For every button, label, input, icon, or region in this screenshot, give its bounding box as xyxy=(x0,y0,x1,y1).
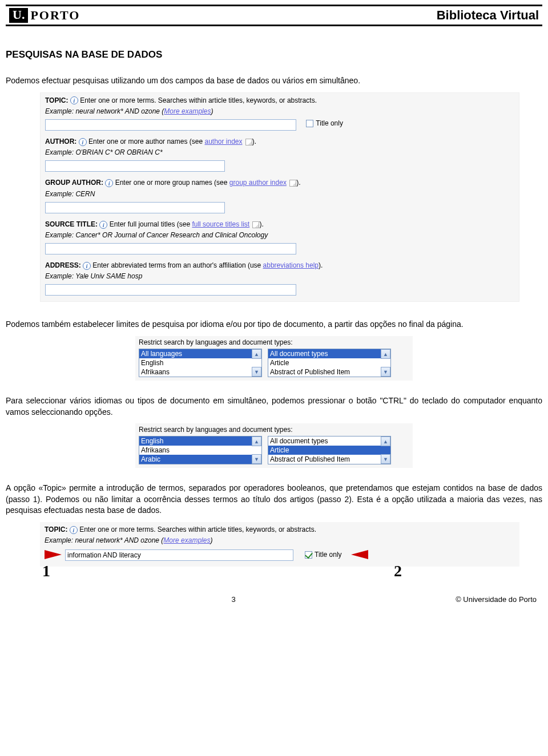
ctrl-tip-text: Para seleccionar vários idiomas ou tipos… xyxy=(6,395,542,418)
restrict-block-2: Restrict search by languages and documen… xyxy=(135,423,413,468)
topic-example-prefix: Example: xyxy=(45,107,74,115)
scroll-down-button[interactable]: ▼ xyxy=(252,367,261,377)
restrict-title: Restrict search by languages and documen… xyxy=(139,426,409,434)
info-icon[interactable]: i xyxy=(70,526,78,534)
footer-org: © Universidade do Porto xyxy=(456,595,537,604)
scroll-down-button[interactable]: ▼ xyxy=(381,454,390,464)
language-listbox[interactable]: English Afrikaans Arabic ▲ ▼ xyxy=(139,436,262,464)
scroll-up-button[interactable]: ▲ xyxy=(381,436,390,446)
list-item[interactable]: Article xyxy=(268,446,390,455)
topic-example-prefix: Example: xyxy=(45,536,73,544)
info-icon[interactable]: i xyxy=(79,138,87,146)
source-title-example-prefix: Example: xyxy=(45,231,74,239)
list-item[interactable]: English xyxy=(139,436,261,446)
scroll-down-button[interactable]: ▼ xyxy=(252,454,261,464)
restrict-title: Restrict search by languages and documen… xyxy=(139,338,409,346)
author-example: O'BRIAN C* OR OBRIAN C* xyxy=(75,148,162,156)
topic-example: neural network* AND ozone xyxy=(75,107,160,115)
restrict-block-1: Restrict search by languages and documen… xyxy=(135,336,413,381)
author-index-link[interactable]: author index xyxy=(204,138,242,145)
arrow-right-icon xyxy=(45,550,62,559)
group-author-label: GROUP AUTHOR: xyxy=(45,179,103,187)
address-example: Yale Univ SAME hosp xyxy=(75,272,142,280)
address-label: ADDRESS: xyxy=(45,261,81,269)
title-only-label: Title only xyxy=(315,551,342,559)
source-title-example: Cancer* OR Journal of Cancer Research an… xyxy=(75,231,268,239)
step-1-label: 1 xyxy=(42,562,50,580)
more-examples-link[interactable]: More examples xyxy=(163,536,210,544)
topic-demo-input[interactable] xyxy=(65,549,293,561)
scroll-up-button[interactable]: ▲ xyxy=(252,349,261,359)
limits-text: Podemos também estabelecer limites de pe… xyxy=(6,319,542,330)
list-item[interactable]: Afrikaans xyxy=(139,367,261,377)
group-author-input[interactable] xyxy=(45,202,225,213)
logo: U. PORTO xyxy=(9,8,80,23)
page-footer: 3 © Universidade do Porto xyxy=(6,595,542,604)
source-title-input[interactable] xyxy=(45,243,296,254)
list-item[interactable]: All document types xyxy=(268,349,390,358)
doctype-listbox[interactable]: All document types Article Abstract of P… xyxy=(268,349,391,377)
topic-demo: TOPIC: i Enter one or more terms. Search… xyxy=(40,522,519,567)
scroll-up-button[interactable]: ▲ xyxy=(252,436,261,446)
author-hint: Enter one or more author names (see xyxy=(88,138,203,145)
group-author-example: CERN xyxy=(75,190,95,198)
source-title-hint: Enter full journal titles (see xyxy=(110,220,190,228)
page-icon xyxy=(245,139,252,145)
topic-hint: Enter one or more terms. Searches within… xyxy=(80,96,317,104)
arrow-left-icon xyxy=(351,550,368,559)
info-icon[interactable]: i xyxy=(105,179,113,187)
search-form: TOPIC: i Enter one or more terms. Search… xyxy=(40,92,519,302)
page-icon xyxy=(252,221,259,228)
logo-text: PORTO xyxy=(30,8,80,23)
list-item[interactable]: All languages xyxy=(139,349,261,358)
group-author-hint: Enter one or more group names (see xyxy=(115,179,228,187)
list-item[interactable]: Arabic xyxy=(139,455,261,464)
topic-label: TOPIC: xyxy=(45,525,67,533)
title-only-label: Title only xyxy=(316,119,343,127)
topic-input[interactable] xyxy=(45,119,296,131)
page-number: 3 xyxy=(11,595,456,604)
author-label: AUTHOR: xyxy=(45,138,76,145)
page-icon xyxy=(289,180,296,187)
source-title-list-link[interactable]: full source titles list xyxy=(192,220,249,228)
group-author-field: GROUP AUTHOR: i Enter one or more group … xyxy=(45,177,514,213)
logo-u-mark: U. xyxy=(9,8,28,23)
title-only-checkbox[interactable] xyxy=(305,551,312,559)
topic-example: neural network* AND ozone xyxy=(75,536,159,544)
more-examples-link[interactable]: More examples xyxy=(164,107,211,115)
list-item[interactable]: English xyxy=(139,358,261,367)
step-2-label: 2 xyxy=(394,562,402,580)
list-item[interactable]: Article xyxy=(268,358,390,367)
intro-text: Podemos efectuar pesquisas utilizando um… xyxy=(6,75,542,87)
info-icon[interactable]: i xyxy=(83,262,91,270)
doctype-listbox[interactable]: All document types Article Abstract of P… xyxy=(268,436,391,464)
group-author-example-prefix: Example: xyxy=(45,190,74,198)
address-hint: Enter abbreviated terms from an author's… xyxy=(92,261,261,269)
info-icon[interactable]: i xyxy=(99,221,107,229)
address-input[interactable] xyxy=(45,284,296,296)
title-only-checkbox[interactable] xyxy=(306,120,313,127)
topic-paragraph: A opção «Topic» permite a introdução de … xyxy=(6,483,542,516)
list-item[interactable]: All document types xyxy=(268,436,390,446)
section-title: PESQUISAS NA BASE DE DADOS xyxy=(6,49,542,60)
list-item[interactable]: Abstract of Published Item xyxy=(268,455,390,464)
topic-field: TOPIC: i Enter one or more terms. Search… xyxy=(45,95,514,131)
info-icon[interactable]: i xyxy=(70,96,78,104)
address-field: ADDRESS: i Enter abbreviated terms from … xyxy=(45,260,514,296)
address-example-prefix: Example: xyxy=(45,272,74,280)
list-item[interactable]: Abstract of Published Item xyxy=(268,367,390,377)
author-field: AUTHOR: i Enter one or more author names… xyxy=(45,136,514,172)
author-input[interactable] xyxy=(45,160,225,172)
scroll-up-button[interactable]: ▲ xyxy=(381,349,390,359)
source-title-field: SOURCE TITLE: i Enter full journal title… xyxy=(45,219,514,254)
topic-label: TOPIC: xyxy=(45,96,68,104)
site-title: Biblioteca Virtual xyxy=(437,8,539,23)
list-item[interactable]: Afrikaans xyxy=(139,446,261,455)
abbrev-help-link[interactable]: abbreviations help xyxy=(263,261,319,269)
scroll-down-button[interactable]: ▼ xyxy=(381,367,390,377)
author-example-prefix: Example: xyxy=(45,148,74,156)
group-author-index-link[interactable]: group author index xyxy=(229,179,287,187)
language-listbox[interactable]: All languages English Afrikaans ▲ ▼ xyxy=(139,349,262,377)
header-bar: U. PORTO Biblioteca Virtual xyxy=(6,5,542,26)
topic-hint: Enter one or more terms. Searches within… xyxy=(79,525,316,533)
